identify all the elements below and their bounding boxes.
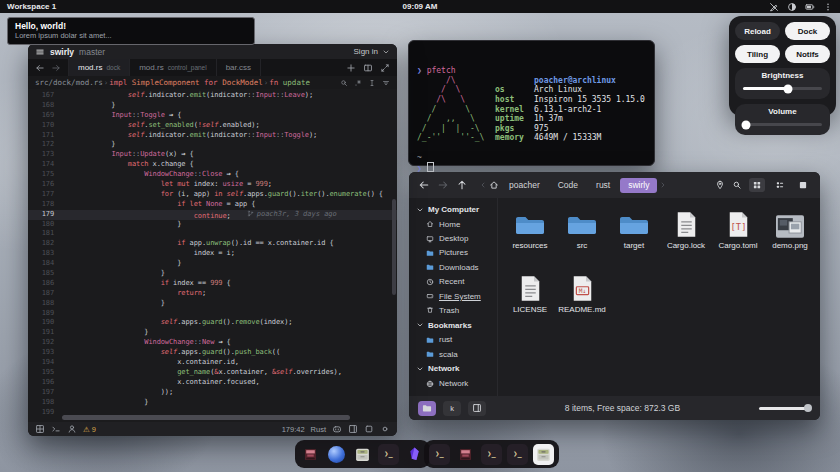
- code-line-186[interactable]: 186 if index == 999 {: [28, 279, 397, 289]
- code-line-173[interactable]: 173 Input::Update(x) ⇒ {: [28, 150, 397, 160]
- dual-pane-button[interactable]: [468, 401, 486, 416]
- terminal-window[interactable]: ❯ pfetch /\poacher@archlinux / \osArch L…: [408, 40, 655, 166]
- file-license[interactable]: LICENSE: [504, 272, 556, 336]
- sidebar-section-my-computer[interactable]: My Computer: [409, 202, 497, 217]
- code-line-195[interactable]: 195 get_name(&x.container, &self.overrid…: [28, 368, 397, 378]
- icon-view-button[interactable]: [749, 178, 765, 192]
- file-src[interactable]: src: [556, 208, 608, 272]
- code-line-169[interactable]: 169 Input::Toggle ⇒ {: [28, 111, 397, 121]
- draw-disabled-icon[interactable]: [769, 2, 779, 12]
- sidebar-item-recent[interactable]: Recent: [409, 275, 497, 289]
- home-icon[interactable]: [489, 180, 499, 190]
- battery-icon[interactable]: [805, 2, 815, 12]
- list-view-button[interactable]: [772, 178, 788, 192]
- notifs-button[interactable]: Notifs: [785, 45, 830, 63]
- tab-bar-css[interactable]: bar.css: [217, 59, 261, 76]
- sidebar-item-trash[interactable]: Trash: [409, 303, 497, 317]
- expand-icon[interactable]: [380, 63, 390, 73]
- tab-mod-rs-control_panel[interactable]: mod.rscontrol_panel: [130, 59, 216, 76]
- new-tab-icon[interactable]: [346, 63, 356, 73]
- git-branch-label[interactable]: master: [79, 47, 105, 57]
- cursor-position[interactable]: 179:42: [282, 425, 305, 434]
- code-line-180[interactable]: 180 }: [28, 220, 397, 230]
- sidebar-item-desktop[interactable]: Desktop: [409, 231, 497, 245]
- location-pin-icon[interactable]: [715, 180, 725, 190]
- code-line-185[interactable]: 185 }: [28, 269, 397, 279]
- workspace-label[interactable]: Workspace 1: [7, 2, 56, 11]
- layout-icon[interactable]: [348, 424, 358, 434]
- sign-in-button[interactable]: Sign in: [354, 47, 378, 56]
- dock-terminal[interactable]: ❯_: [429, 444, 450, 465]
- code-line-168[interactable]: 168 }: [28, 101, 397, 111]
- horizontal-scrollbar[interactable]: [62, 415, 350, 420]
- sidebar-item-file-system[interactable]: File System: [409, 289, 497, 303]
- editor-breadcrumb[interactable]: src/dock/mod.rs›impl SimpleComponent for…: [28, 76, 397, 89]
- file-readme-md[interactable]: M↓README.md: [556, 272, 608, 336]
- language-label[interactable]: Rust: [311, 425, 326, 434]
- selection-icon[interactable]: [368, 79, 376, 87]
- code-line-194[interactable]: 194 x.container.id,: [28, 358, 397, 368]
- regex-icon[interactable]: [354, 79, 362, 87]
- code-line-197[interactable]: 197 ));: [28, 388, 397, 398]
- search-icon[interactable]: [732, 180, 742, 190]
- code-line-192[interactable]: 192 WindowChange::New ⇒ {: [28, 338, 397, 348]
- code-line-193[interactable]: 193 self.apps.guard().push_back((: [28, 348, 397, 358]
- sidebar-section-bookmarks[interactable]: Bookmarks: [409, 318, 497, 333]
- sidebar-item-pictures[interactable]: Pictures: [409, 246, 497, 260]
- code-line-171[interactable]: 171 self.indicator.emit(indicator::Input…: [28, 131, 397, 141]
- sidebar-item-downloads[interactable]: Downloads: [409, 260, 497, 274]
- zoom-slider-thumb[interactable]: [804, 404, 812, 412]
- code-line-170[interactable]: 170 self.set_enabled(!self.enabled);: [28, 121, 397, 131]
- dock-file-manager-active[interactable]: [533, 444, 554, 465]
- dock-browser[interactable]: [326, 444, 347, 465]
- block-icon[interactable]: [364, 424, 374, 434]
- new-folder-button[interactable]: [418, 401, 436, 416]
- file-resources[interactable]: resources: [504, 208, 556, 272]
- sidebar-item-network[interactable]: Network: [409, 376, 497, 390]
- dock-pixel-app[interactable]: [300, 444, 321, 465]
- code-line-188[interactable]: 188 }: [28, 299, 397, 309]
- code-line-179[interactable]: 179 continue;poach3r, 3 days ago: [28, 210, 397, 220]
- hamburger-menu-icon[interactable]: [35, 47, 45, 57]
- code-line-177[interactable]: 177 for (i, app) in self.apps.guard().it…: [28, 190, 397, 200]
- tiling-button[interactable]: Tiling: [735, 45, 780, 63]
- notification-popup[interactable]: Hello, world! Lorem ipsum dolar sit amet…: [7, 17, 255, 45]
- code-line-183[interactable]: 183 index = i;: [28, 249, 397, 259]
- code-line-182[interactable]: 182 if app.unwrap().id == x.container.id…: [28, 239, 397, 249]
- scroll-left-icon[interactable]: [479, 181, 487, 189]
- sidebar-item-rust[interactable]: rust: [409, 333, 497, 347]
- code-line-184[interactable]: 184 }: [28, 259, 397, 269]
- brightness-slider-thumb[interactable]: [784, 84, 793, 93]
- file-target[interactable]: target: [608, 208, 660, 272]
- back-icon[interactable]: [418, 179, 430, 191]
- nav-forward-icon[interactable]: [51, 63, 61, 73]
- forward-icon[interactable]: [437, 179, 449, 191]
- project-name[interactable]: swirly: [50, 47, 74, 57]
- filter-icon[interactable]: [382, 79, 390, 87]
- path-segment-swirly[interactable]: swirly: [620, 178, 657, 193]
- path-segment-Code[interactable]: Code: [550, 178, 586, 193]
- dock-terminal[interactable]: ❯_: [507, 444, 528, 465]
- dot-icon[interactable]: [380, 424, 390, 434]
- split-pane-icon[interactable]: [363, 63, 373, 73]
- code-line-189[interactable]: 189: [28, 309, 397, 319]
- file-cargo-lock[interactable]: Cargo.lock: [660, 208, 712, 272]
- dock-obsidian[interactable]: [404, 444, 425, 465]
- code-line-190[interactable]: 190 self.apps.guard().remove(index);: [28, 318, 397, 328]
- file-demo-png[interactable]: demo.png: [764, 208, 816, 272]
- compact-view-button[interactable]: [795, 178, 811, 192]
- sidebar-item-scala[interactable]: scala: [409, 347, 497, 361]
- user-icon[interactable]: [67, 424, 77, 434]
- file-cargo-toml[interactable]: [T]Cargo.toml: [712, 208, 764, 272]
- reload-button[interactable]: Reload: [735, 22, 780, 40]
- code-editor[interactable]: 167 self.indicator.emit(indicator::Input…: [28, 89, 397, 422]
- path-segment-poacher[interactable]: poacher: [501, 178, 548, 193]
- chevron-down-icon[interactable]: [382, 48, 390, 56]
- volume-slider[interactable]: [743, 120, 822, 129]
- shortcut-button[interactable]: k: [443, 401, 461, 416]
- code-line-191[interactable]: 191 }: [28, 328, 397, 338]
- code-line-178[interactable]: 178 if let None = app {: [28, 200, 397, 210]
- editor-titlebar[interactable]: swirly master Sign in: [28, 44, 397, 59]
- sidebar-item-home[interactable]: Home: [409, 217, 497, 231]
- dock-pixel-app[interactable]: [455, 444, 476, 465]
